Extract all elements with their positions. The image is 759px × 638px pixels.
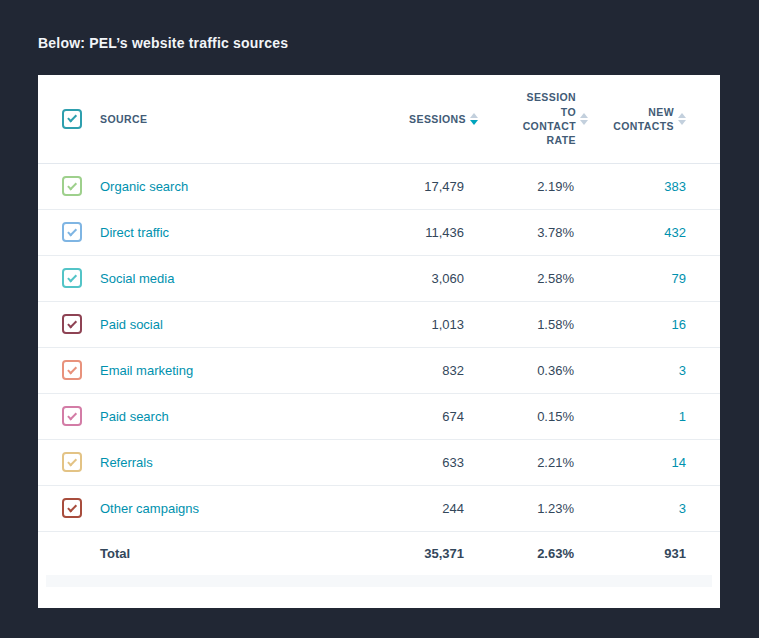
source-link[interactable]: Social media [100,271,174,286]
page-title: Below: PEL’s website traffic sources [38,35,288,51]
rate-value: 3.78% [478,209,588,255]
table-row: Email marketing 832 0.36% 3 [38,347,720,393]
sessions-value: 244 [350,485,478,531]
checkmark-icon [67,502,77,512]
checkmark-icon [67,364,77,374]
rate-value: 1.58% [478,301,588,347]
rate-value: 0.15% [478,393,588,439]
new-contacts-link[interactable]: 16 [672,317,686,332]
row-checkbox[interactable] [62,498,82,518]
total-rate-value: 2.63% [478,531,588,575]
checkmark-icon [67,272,77,282]
sort-icon-rate[interactable] [580,113,588,125]
row-checkbox[interactable] [62,406,82,426]
sessions-value: 3,060 [350,255,478,301]
checkmark-icon [67,410,77,420]
column-header-session-to-contact-rate[interactable]: SESSION TO CONTACT RATE [478,90,588,147]
table-row: Other campaigns 244 1.23% 3 [38,485,720,531]
table-footer-band [46,575,712,587]
column-header-sessions[interactable]: SESSIONS [350,112,478,126]
rate-value: 2.58% [478,255,588,301]
table-row: Referrals 633 2.21% 14 [38,439,720,485]
traffic-sources-table: SOURCE SESSIONS SESSION TO CONTACT RATE [38,75,720,575]
traffic-sources-table-card: SOURCE SESSIONS SESSION TO CONTACT RATE [38,75,720,608]
new-contacts-link[interactable]: 3 [679,501,686,516]
column-header-new-contacts[interactable]: NEW CONTACTS [588,105,686,133]
new-contacts-link[interactable]: 3 [679,363,686,378]
select-all-checkbox[interactable] [62,109,82,129]
rate-value: 1.23% [478,485,588,531]
sort-icon-new-contacts[interactable] [678,113,686,125]
table-header-row: SOURCE SESSIONS SESSION TO CONTACT RATE [38,75,720,163]
sessions-value: 832 [350,347,478,393]
checkmark-icon [67,318,77,328]
sort-icon-sessions[interactable] [470,113,478,125]
sessions-value: 633 [350,439,478,485]
source-link[interactable]: Direct traffic [100,225,169,240]
source-link[interactable]: Paid search [100,409,169,424]
row-checkbox[interactable] [62,268,82,288]
new-contacts-link[interactable]: 79 [672,271,686,286]
table-row: Paid social 1,013 1.58% 16 [38,301,720,347]
total-sessions-value: 35,371 [350,531,478,575]
total-label: Total [100,531,350,575]
sessions-value: 1,013 [350,301,478,347]
sessions-value: 17,479 [350,163,478,209]
row-checkbox[interactable] [62,360,82,380]
new-contacts-link[interactable]: 383 [664,179,686,194]
source-link[interactable]: Other campaigns [100,501,199,516]
rate-value: 2.19% [478,163,588,209]
table-row: Paid search 674 0.15% 1 [38,393,720,439]
table-row: Organic search 17,479 2.19% 383 [38,163,720,209]
checkmark-icon [67,456,77,466]
checkmark-icon [67,226,77,236]
row-checkbox[interactable] [62,222,82,242]
source-link[interactable]: Referrals [100,455,153,470]
source-link[interactable]: Email marketing [100,363,193,378]
row-checkbox[interactable] [62,314,82,334]
table-row: Direct traffic 11,436 3.78% 432 [38,209,720,255]
sessions-value: 674 [350,393,478,439]
row-checkbox[interactable] [62,176,82,196]
checkmark-icon [67,113,77,123]
total-new-contacts-value: 931 [588,531,720,575]
rate-value: 2.21% [478,439,588,485]
checkmark-icon [67,180,77,190]
new-contacts-link[interactable]: 1 [679,409,686,424]
row-checkbox[interactable] [62,452,82,472]
table-total-row: Total 35,371 2.63% 931 [38,531,720,575]
source-link[interactable]: Organic search [100,179,188,194]
sessions-value: 11,436 [350,209,478,255]
new-contacts-link[interactable]: 432 [664,225,686,240]
rate-value: 0.36% [478,347,588,393]
source-link[interactable]: Paid social [100,317,163,332]
table-row: Social media 3,060 2.58% 79 [38,255,720,301]
column-header-source[interactable]: SOURCE [100,75,350,163]
new-contacts-link[interactable]: 14 [672,455,686,470]
